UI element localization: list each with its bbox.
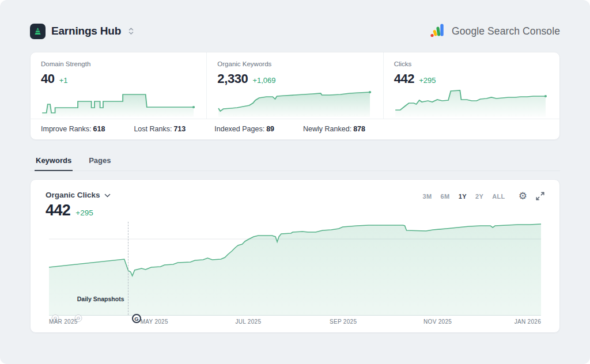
chart-header: Organic Clicks 442 +295 3M 6M 1Y 2Y ALL … [31,180,559,219]
chart-controls: 3M 6M 1Y 2Y ALL ⚙ [422,189,544,201]
top-bar: Earnings Hub Google Search Console [0,0,590,52]
range-all[interactable]: ALL [492,193,505,200]
google-search-console-brand: Google Search Console [429,22,560,40]
x-axis-labels: MAR 2025 MAY 2025 JUL 2025 SEP 2025 NOV … [49,318,541,327]
stat-label: Organic Keywords [217,60,372,67]
metric-dropdown[interactable]: Organic Clicks [46,189,111,200]
gsc-chart-logo-icon [429,22,447,40]
range-1y[interactable]: 1Y [459,193,467,200]
gsc-label: Google Search Console [452,25,560,37]
gear-icon[interactable]: ⚙ [519,191,527,201]
stat-value: 442 [394,71,415,86]
stat-card-clicks: Clicks 442 +295 [384,52,559,119]
clicks-sparkline [394,89,549,117]
quick-stat-indexed-pages: Indexed Pages:89 [214,125,274,133]
snapshot-annotation: Daily Snapshots [77,295,124,302]
stat-cards-row: Domain Strength 40 +1 Organic Keywords [31,52,559,119]
chart-delta: +295 [75,208,93,217]
chevron-down-icon [104,189,111,200]
stat-label: Clicks [394,60,549,67]
organic-keywords-sparkline [217,89,372,117]
chevron-up-down-icon [128,27,134,35]
expand-icon[interactable] [536,192,544,200]
stat-card-organic-keywords: Organic Keywords 2,330 +1,069 [207,52,383,119]
axis-label: SEP 2025 [330,318,357,325]
range-3m[interactable]: 3M [422,193,432,200]
axis-label: MAY 2025 [141,318,168,325]
chart-title-block: Organic Clicks 442 +295 [46,189,111,219]
tab-pages[interactable]: Pages [88,153,112,171]
range-6m[interactable]: 6M [441,193,450,200]
stat-delta: +295 [419,76,436,85]
organic-clicks-chart-card: Organic Clicks 442 +295 3M 6M 1Y 2Y ALL … [30,179,560,333]
stat-card-domain-strength: Domain Strength 40 +1 [31,52,207,119]
axis-label: JAN 2026 [515,318,541,325]
quick-stat-improve-ranks: Improve Ranks:618 [41,125,105,133]
google-g-marker-icon[interactable]: G [132,314,141,323]
axis-label: MAR 2025 [49,318,78,325]
stat-value: 40 [41,71,55,86]
dashboard-screen: Earnings Hub Google Search Console [0,0,590,364]
quick-stat-newly-ranked: Newly Ranked:878 [303,125,365,133]
quick-stat-lost-ranks: Lost Ranks:713 [134,125,186,133]
summary-card: Domain Strength 40 +1 Organic Keywords [30,52,560,140]
tab-bar: Keywords Pages [30,153,560,171]
stat-label: Domain Strength [41,60,196,67]
snapshot-dashed-line [128,222,128,315]
tab-keywords[interactable]: Keywords [35,153,73,171]
quick-stats-strip: Improve Ranks:618 Lost Ranks:713 Indexed… [31,119,559,139]
range-2y[interactable]: 2Y [475,193,483,200]
stat-value: 2,330 [217,71,248,86]
page-title: Earnings Hub [51,25,121,37]
chart-plot-area[interactable]: Daily Snapshots G G G [49,220,541,316]
chart-title: Organic Clicks [46,191,100,199]
axis-label: NOV 2025 [423,318,452,325]
pyramid-logo-icon [30,24,46,39]
domain-strength-sparkline [41,89,196,117]
stat-delta: +1 [59,76,68,85]
stat-delta: +1,069 [252,76,275,85]
project-selector[interactable]: Earnings Hub [30,24,134,39]
chart-value: 442 [46,202,70,219]
axis-label: JUL 2025 [235,318,261,325]
